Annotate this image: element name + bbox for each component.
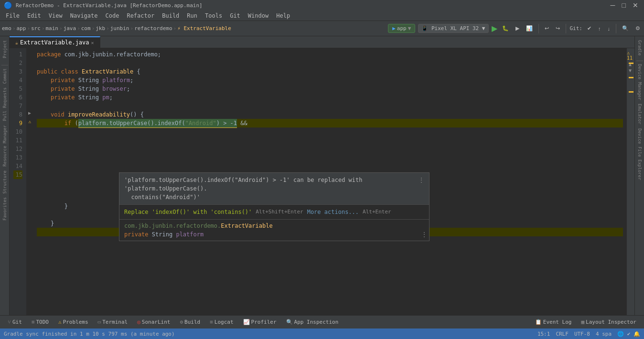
sidebar-item-gradle[interactable]: Gradle	[636, 38, 643, 58]
popup-suggestion-item[interactable]: 'platform.toUpperCase().indexOf("Android…	[119, 173, 429, 205]
breadcrumb-app[interactable]: app	[17, 25, 26, 32]
bottom-tab-sonarlint[interactable]: ◎ SonarLint	[133, 318, 174, 326]
scroll-down-icon[interactable]: ▼	[629, 68, 632, 73]
breadcrumb-refactordemo[interactable]: refactordemo	[134, 25, 172, 32]
breadcrumb-extractvariable[interactable]: ⚡ ExtractVariable	[177, 25, 231, 32]
breadcrumb-java[interactable]: java	[64, 25, 76, 32]
sidebar-item-structure[interactable]: Structure	[1, 169, 8, 196]
bottom-tab-terminal[interactable]: ▭ Terminal	[94, 318, 132, 326]
warning-marker-2	[629, 77, 633, 78]
menu-bar: File Edit View Navigate Code Refactor Bu…	[0, 11, 644, 21]
device-selector[interactable]: 📱 Pixel XL API 32 ▼	[418, 24, 488, 33]
bottom-tab-event-log[interactable]: 📋 Event Log	[531, 318, 576, 326]
breadcrumb-main[interactable]: main	[46, 25, 59, 32]
menu-code[interactable]: Code	[102, 11, 123, 20]
popup-more-icon[interactable]: ⋮	[419, 176, 424, 184]
line-numbers: 1 2 3 4 5 6 7 8 9 10 11 12 13 14 15	[10, 48, 26, 315]
status-charset[interactable]: UTF-8	[574, 331, 590, 337]
menu-tools[interactable]: Tools	[201, 11, 226, 20]
breadcrumb-junbin[interactable]: junbin	[110, 25, 129, 32]
popup-action-text: Replace 'indexOf()' with 'contains()'	[124, 208, 252, 216]
menu-help[interactable]: Help	[272, 11, 294, 20]
bottom-tab-logcat[interactable]: ≡ Logcat	[206, 318, 237, 326]
code-line-1: package com.jkb.junbin.refactordemo;	[37, 50, 623, 59]
sidebar-item-favorites[interactable]: Favorites	[1, 195, 8, 222]
menu-navigate[interactable]: Navigate	[66, 11, 102, 20]
menu-git[interactable]: Git	[226, 11, 244, 20]
menu-view[interactable]: View	[45, 11, 66, 20]
close-button[interactable]: ✕	[631, 1, 640, 9]
bottom-tab-todo-label: TODO	[36, 319, 49, 325]
file-tab-close[interactable]: ✕	[91, 40, 94, 45]
status-icons: 🌐 ✔ 🔔	[617, 331, 640, 337]
gutter-warning-icon: ⚠	[28, 119, 31, 124]
status-right: 15:1 CRLF UTF-8 4 spa 🌐 ✔ 🔔	[537, 331, 640, 337]
bottom-tab-layout-inspector[interactable]: ▦ Layout Inspector	[577, 318, 640, 326]
git-pull-button[interactable]: ↓	[606, 25, 612, 32]
run-button[interactable]: ▶	[492, 24, 497, 33]
popup-shortcut: Alt+Shift+Enter	[256, 208, 303, 216]
breadcrumb-com[interactable]: com	[81, 25, 91, 32]
popup-context-more-icon[interactable]: ⋮	[421, 230, 427, 239]
warning-marker-1	[629, 63, 633, 64]
sidebar-item-pull-requests[interactable]: Pull Requests	[1, 85, 8, 123]
status-message: Gradle sync finished in 1 m 10 s 797 ms …	[4, 331, 175, 337]
code-line-3: public class ExtractVariable {	[37, 67, 623, 76]
scrollbar-area[interactable]: ⚠ 11 ▲ ▼	[627, 48, 634, 315]
maximize-button[interactable]: □	[620, 1, 628, 9]
bottom-tab-todo[interactable]: ≡ TODO	[28, 318, 53, 326]
status-crlf[interactable]: CRLF	[556, 331, 569, 337]
breadcrumb-jkb[interactable]: jkb	[96, 25, 105, 32]
menu-refactor[interactable]: Refactor	[123, 11, 158, 20]
file-tab-extractvariable[interactable]: ☕ ExtractVariable.java ✕	[10, 36, 100, 48]
gutter-run-icon[interactable]: ▶	[28, 110, 31, 116]
bottom-tab-terminal-label: Terminal	[102, 319, 128, 325]
left-sidebar: Project Commit Pull Requests Resource Ma…	[0, 36, 10, 315]
minimize-button[interactable]: ─	[609, 1, 617, 9]
git-label: Git:	[570, 25, 583, 32]
app-selector[interactable]: ▶ app ▼	[388, 24, 415, 33]
sidebar-item-emulator[interactable]: Emulator	[636, 102, 643, 126]
status-indent[interactable]: 4 spa	[596, 331, 612, 337]
status-position[interactable]: 15:1	[537, 331, 550, 337]
breadcrumb-src[interactable]: src	[31, 25, 41, 32]
redo-button[interactable]: ↪	[554, 24, 562, 32]
profiler-icon: 📈	[243, 319, 250, 325]
undo-button[interactable]: ↩	[543, 24, 551, 32]
title-bar-title: RefactorDemo - ExtractVariable.java [Ref…	[16, 2, 203, 9]
popup-more-actions[interactable]: More actions...	[307, 208, 359, 216]
bottom-tab-git[interactable]: ⑂ Git	[4, 318, 26, 326]
menu-file[interactable]: File	[2, 11, 23, 20]
sidebar-item-commit[interactable]: Commit	[1, 66, 8, 86]
debug-button[interactable]: 🐛	[500, 24, 511, 32]
code-line-4: private String platform;	[37, 76, 623, 85]
bottom-tab-profiler[interactable]: 📈 Profiler	[239, 318, 280, 326]
settings-button[interactable]: ⚙	[633, 24, 642, 32]
editor[interactable]: 1 2 3 4 5 6 7 8 9 10 11 12 13 14 15	[10, 48, 634, 315]
coverage-button[interactable]: ▶	[514, 24, 521, 32]
git-push-button[interactable]: ↑	[596, 25, 603, 32]
menu-run[interactable]: Run	[183, 11, 201, 20]
git-commit-button[interactable]: ✔	[585, 24, 593, 32]
menu-build[interactable]: Build	[158, 11, 183, 20]
sidebar-item-device-file-explorer[interactable]: Device File Explorer	[636, 127, 643, 182]
bottom-tab-event-log-label: Event Log	[543, 319, 572, 325]
menu-window[interactable]: Window	[244, 11, 272, 20]
bottom-tab-problems[interactable]: ⚠ Problems	[54, 318, 92, 326]
sidebar-item-resource-manager[interactable]: Resource Manager	[1, 123, 8, 169]
sidebar-item-device-manager[interactable]: Device Manager	[636, 62, 643, 102]
popup-action-row[interactable]: Replace 'indexOf()' with 'contains()' Al…	[119, 205, 429, 219]
sidebar-item-project[interactable]: Project	[1, 38, 8, 60]
popup-suggestion-text: 'platform.toUpperCase().indexOf("Android…	[124, 176, 419, 201]
search-button[interactable]: 🔍	[620, 24, 631, 32]
window-controls[interactable]: ─ □ ✕	[609, 1, 640, 9]
profile-button[interactable]: 📊	[524, 24, 535, 32]
bottom-tab-build[interactable]: ⚙ Build	[176, 318, 204, 326]
code-content[interactable]: package com.jkb.junbin.refactordemo; pub…	[33, 48, 627, 315]
popup-context-class: com.jkb.junbin.refactordemo.ExtractVaria…	[124, 222, 424, 230]
bottom-bar: ⑂ Git ≡ TODO ⚠ Problems ▭ Terminal ◎ Son…	[0, 315, 644, 328]
menu-edit[interactable]: Edit	[23, 11, 45, 20]
terminal-icon: ▭	[98, 319, 101, 325]
bottom-tab-sonarlint-label: SonarLint	[142, 319, 171, 325]
bottom-tab-app-inspection[interactable]: 🔍 App Inspection	[282, 318, 343, 326]
